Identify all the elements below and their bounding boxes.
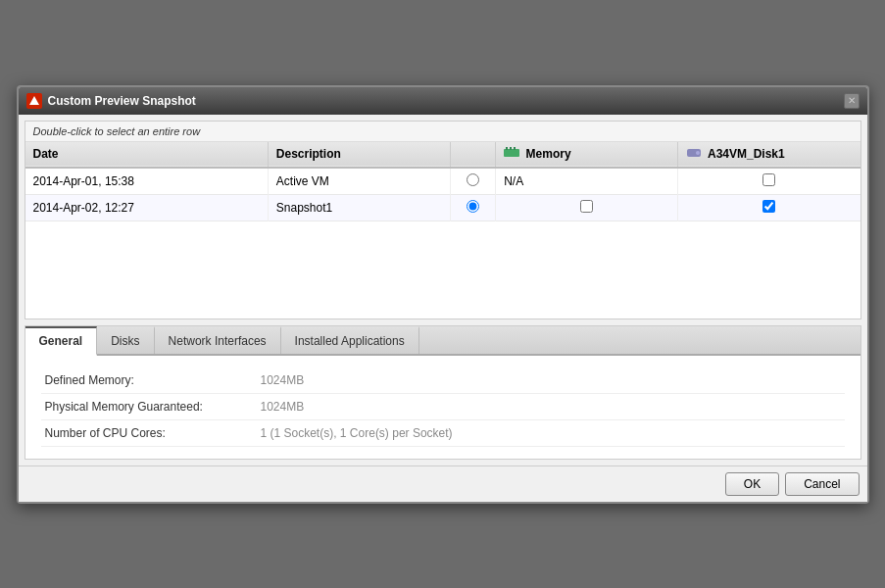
- row1-disk-checkbox[interactable]: [762, 173, 775, 186]
- col-memory-label: Memory: [526, 147, 571, 161]
- row1-description: Active VM: [268, 168, 450, 195]
- row2-radio-cell[interactable]: [450, 194, 495, 220]
- row1-radio[interactable]: [467, 173, 479, 186]
- col-header-radio: [450, 142, 495, 168]
- ok-button[interactable]: OK: [725, 472, 779, 496]
- table-body: 2014-Apr-01, 15:38 Active VM N/A 2014-Ap…: [25, 168, 860, 221]
- table-row[interactable]: 2014-Apr-02, 12:27 Snapshot1: [25, 194, 860, 220]
- defined-memory-label: Defined Memory:: [45, 373, 261, 387]
- tab-general[interactable]: General: [25, 326, 98, 356]
- tab-apps[interactable]: Installed Applications: [281, 326, 419, 354]
- memory-col-icon: [504, 147, 519, 162]
- col-disk-label: A34VM_Disk1: [708, 147, 785, 161]
- cancel-button[interactable]: Cancel: [785, 472, 859, 496]
- details-panel: General Disks Network Interfaces Install…: [25, 325, 861, 460]
- row1-disk-cell[interactable]: [678, 168, 860, 195]
- close-button[interactable]: ✕: [844, 93, 860, 109]
- row2-memory-cell[interactable]: [496, 194, 678, 220]
- cpu-cores-label: Number of CPU Cores:: [45, 426, 261, 440]
- app-icon: [26, 93, 42, 109]
- row2-disk-checkbox[interactable]: [762, 200, 775, 213]
- tab-disks[interactable]: Disks: [97, 326, 154, 354]
- snapshot-table: Date Description: [25, 142, 860, 221]
- row1-memory-cell: N/A: [496, 168, 678, 195]
- table-row[interactable]: 2014-Apr-01, 15:38 Active VM N/A: [25, 168, 860, 195]
- info-row-cpu-cores: Number of CPU Cores: 1 (1 Socket(s), 1 C…: [41, 420, 845, 447]
- col-header-disk: A34VM_Disk1: [678, 142, 860, 168]
- row2-memory-checkbox[interactable]: [580, 200, 593, 213]
- disk-col-icon: [686, 147, 702, 162]
- row1-radio-cell[interactable]: [450, 168, 495, 195]
- table-wrapper: Date Description: [25, 142, 860, 318]
- table-header-row: Date Description: [25, 142, 860, 168]
- row2-radio[interactable]: [467, 200, 479, 213]
- snapshot-table-panel: Double-click to select an entire row Dat…: [25, 121, 861, 319]
- svg-marker-0: [29, 96, 39, 105]
- titlebar-left: Custom Preview Snapshot: [26, 93, 196, 109]
- info-row-defined-memory: Defined Memory: 1024MB: [41, 368, 845, 394]
- physical-memory-value: 1024MB: [261, 400, 305, 414]
- svg-point-6: [696, 151, 700, 155]
- row2-disk-cell[interactable]: [678, 194, 860, 220]
- col-header-description: Description: [268, 142, 450, 168]
- info-row-physical-memory: Physical Memory Guaranteed: 1024MB: [41, 394, 845, 420]
- dialog: Custom Preview Snapshot ✕ Double-click t…: [17, 85, 869, 504]
- cpu-cores-value: 1 (1 Socket(s), 1 Core(s) per Socket): [261, 426, 453, 440]
- svg-rect-3: [510, 147, 512, 150]
- tab-network[interactable]: Network Interfaces: [155, 326, 281, 354]
- footer-bar: OK Cancel: [19, 466, 867, 502]
- defined-memory-value: 1024MB: [261, 373, 305, 387]
- col-header-memory: Memory: [496, 142, 678, 168]
- physical-memory-label: Physical Memory Guaranteed:: [45, 400, 261, 414]
- row2-date: 2014-Apr-02, 12:27: [25, 194, 269, 220]
- dialog-title: Custom Preview Snapshot: [48, 94, 196, 108]
- svg-rect-4: [514, 147, 516, 150]
- row2-description: Snapshot1: [268, 194, 450, 220]
- svg-rect-1: [504, 149, 519, 157]
- titlebar: Custom Preview Snapshot ✕: [19, 87, 867, 115]
- hint-text: Double-click to select an entire row: [25, 122, 860, 142]
- col-header-date: Date: [25, 142, 269, 168]
- row1-date: 2014-Apr-01, 15:38: [25, 168, 269, 195]
- svg-rect-2: [506, 147, 508, 150]
- tabs-bar: General Disks Network Interfaces Install…: [25, 326, 860, 356]
- tab-content-general: Defined Memory: 1024MB Physical Memory G…: [25, 356, 860, 459]
